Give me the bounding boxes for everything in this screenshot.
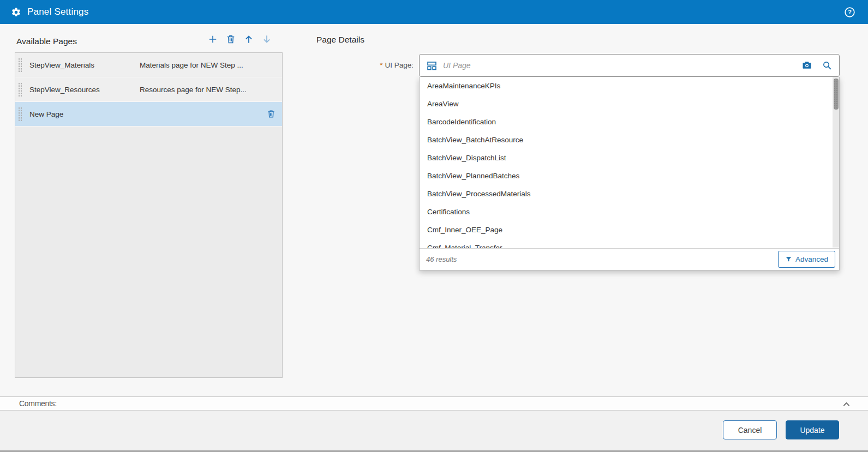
dialog-header: Panel Settings ?	[0, 0, 868, 24]
results-count: 46 results	[426, 255, 457, 263]
cancel-button[interactable]: Cancel	[723, 420, 777, 439]
dropdown-option[interactable]: BatchView_DispatchList	[420, 149, 839, 167]
dropdown-option[interactable]: BatchView_PlannedBatches	[420, 167, 839, 185]
chevron-up-icon[interactable]	[842, 400, 851, 409]
dropdown-scrollbar-thumb[interactable]	[834, 79, 839, 110]
help-icon[interactable]: ?	[844, 7, 855, 18]
move-down-icon[interactable]	[261, 34, 272, 45]
dropdown-option[interactable]: BarcodeIdentification	[420, 113, 839, 131]
camera-icon[interactable]	[801, 60, 812, 71]
dropdown-option-list: AreaMaintenanceKPIs AreaView BarcodeIden…	[420, 77, 839, 248]
search-icon[interactable]	[822, 60, 833, 71]
page-name: StepView_Resources	[29, 86, 140, 94]
update-button[interactable]: Update	[786, 420, 839, 439]
delete-pages-icon[interactable]	[225, 34, 236, 45]
dropdown-option[interactable]: AreaMaintenanceKPIs	[420, 77, 839, 95]
svg-text:?: ?	[848, 9, 852, 15]
page-details-title: Page Details	[316, 35, 364, 45]
dropdown-option[interactable]: Cmf_Inner_OEE_Page	[420, 221, 839, 239]
drag-handle-icon[interactable]	[18, 82, 22, 97]
page-name: New Page	[29, 110, 140, 118]
delete-page-icon[interactable]	[266, 109, 276, 119]
drag-handle-icon[interactable]	[18, 107, 22, 121]
comments-bar: Comments:	[0, 396, 868, 411]
available-pages-list: StepView_Materials Materials page for NE…	[15, 52, 283, 378]
filter-funnel-icon	[785, 256, 792, 263]
ui-page-dropdown: AreaMaintenanceKPIs AreaView BarcodeIden…	[419, 77, 840, 270]
available-pages-title: Available Pages	[16, 37, 77, 46]
dropdown-option[interactable]: AreaView	[420, 95, 839, 113]
comments-label: Comments:	[19, 399, 57, 408]
drag-handle-icon[interactable]	[18, 58, 22, 72]
pages-toolbar	[207, 34, 272, 45]
ui-page-combobox[interactable]	[419, 54, 840, 77]
ui-page-label: *UI Page:	[295, 61, 414, 69]
dropdown-option[interactable]: Certifications	[420, 203, 839, 221]
page-list-item[interactable]: StepView_Materials Materials page for NE…	[15, 53, 282, 77]
dialog-footer: Cancel Update	[0, 411, 868, 450]
dropdown-option[interactable]: BatchView_ProcessedMaterials	[420, 185, 839, 203]
move-up-icon[interactable]	[243, 34, 254, 45]
gear-icon	[11, 7, 21, 17]
dropdown-scrollbar-track[interactable]	[833, 77, 839, 248]
ui-page-layout-icon	[426, 60, 438, 71]
dropdown-footer: 46 results Advanced	[420, 248, 839, 270]
page-list-item[interactable]: New Page	[15, 102, 282, 126]
page-list-item[interactable]: StepView_Resources Resources page for NE…	[15, 77, 282, 102]
dialog-title: Panel Settings	[27, 7, 88, 17]
page-description: Materials page for NEW Step ...	[140, 61, 282, 69]
dropdown-option[interactable]: Cmf_Material_Transfer	[420, 239, 839, 248]
advanced-filter-button[interactable]: Advanced	[778, 251, 835, 268]
dropdown-option[interactable]: BatchView_BatchAtResource	[420, 131, 839, 149]
page-description: Resources page for NEW Step...	[140, 86, 282, 94]
required-marker: *	[380, 61, 382, 69]
page-name: StepView_Materials	[29, 61, 140, 69]
ui-page-input[interactable]	[443, 57, 792, 74]
add-page-icon[interactable]	[207, 34, 218, 45]
